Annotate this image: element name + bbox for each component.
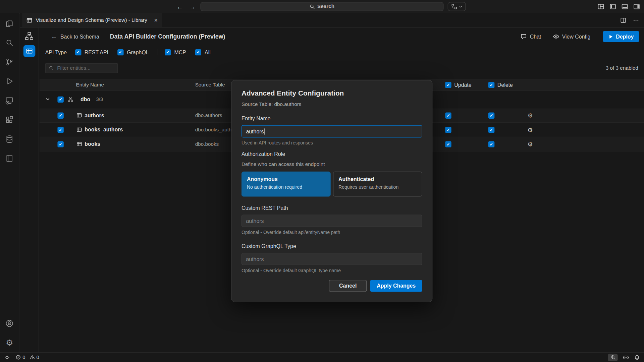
- database-icon[interactable]: [0, 129, 19, 149]
- settings-gear-icon[interactable]: ⚙: [0, 333, 19, 352]
- col-source-table: Source Table: [195, 82, 225, 87]
- notebook-icon[interactable]: [0, 148, 19, 168]
- extensions-icon[interactable]: [0, 110, 19, 129]
- col-entity-name: Entity Name: [76, 82, 104, 87]
- problems-indicator[interactable]: 0 0: [16, 354, 39, 360]
- editor-tab-bar: Visualize and Design Schema (Preview) - …: [20, 13, 644, 27]
- update-checkbox[interactable]: [445, 141, 451, 147]
- back-arrow-icon[interactable]: ←: [177, 3, 183, 10]
- explorer-icon[interactable]: [0, 13, 19, 33]
- apply-changes-button[interactable]: Apply Changes: [370, 280, 422, 292]
- rest-path-label: Custom REST Path: [241, 205, 422, 211]
- entity-filter-input[interactable]: [56, 65, 114, 71]
- back-label: Back to Schema: [60, 34, 99, 40]
- vscode-window: ← → Search: [0, 0, 644, 362]
- delete-checkbox[interactable]: [488, 127, 494, 133]
- split-editor-icon[interactable]: [620, 17, 626, 23]
- row-checkbox[interactable]: [57, 113, 63, 119]
- zoom-button[interactable]: [608, 354, 618, 361]
- schema-icon: [67, 96, 73, 102]
- customize-layout-icon[interactable]: [598, 3, 604, 10]
- option-title: Authenticated: [338, 176, 417, 182]
- delete-header-label: Delete: [497, 82, 513, 88]
- schema-hierarchy-icon[interactable]: [24, 31, 34, 41]
- authorization-options: Anonymous No authentication required Aut…: [241, 172, 422, 197]
- filter-divider: [158, 49, 158, 55]
- toggle-sidebar-left-icon[interactable]: [609, 3, 616, 10]
- close-icon[interactable]: ×: [154, 17, 158, 23]
- toggle-sidebar-right-icon[interactable]: [633, 3, 640, 10]
- api-type-filters: API Type REST API GraphQL MCP All: [40, 47, 644, 58]
- titlebar: ← → Search: [0, 0, 644, 13]
- account-icon[interactable]: [0, 314, 19, 333]
- errors-count: 0: [22, 354, 25, 360]
- filter-rest-api[interactable]: REST API: [75, 49, 108, 55]
- mcp-checkbox[interactable]: [165, 49, 171, 55]
- chevron-down-icon[interactable]: [45, 97, 50, 102]
- group-checkbox[interactable]: [57, 97, 63, 103]
- copilot-icon[interactable]: [623, 354, 629, 361]
- remote-indicator-icon[interactable]: [4, 354, 10, 360]
- row-checkbox[interactable]: [57, 141, 63, 147]
- graphql-type-input[interactable]: [241, 253, 422, 265]
- remote-explorer-icon[interactable]: [0, 91, 19, 110]
- view-config-label: View Config: [562, 34, 591, 40]
- entity-name-input[interactable]: authors: [241, 125, 422, 137]
- entity-settings-gear-icon[interactable]: ⚙: [527, 127, 533, 133]
- table-designer-icon[interactable]: [23, 45, 35, 57]
- source-table: dbo.books: [195, 141, 219, 147]
- search-icon: [49, 66, 54, 71]
- more-actions-icon[interactable]: [633, 17, 639, 23]
- chat-button[interactable]: Chat: [520, 33, 541, 40]
- source-control-icon[interactable]: [0, 52, 19, 72]
- entity-filter-box[interactable]: [45, 63, 118, 73]
- option-subtitle: Requires user authentication: [338, 185, 417, 190]
- update-checkbox[interactable]: [445, 113, 451, 119]
- filter-mcp[interactable]: MCP: [165, 49, 186, 55]
- zoom-in-icon: [610, 355, 615, 360]
- update-checkbox[interactable]: [445, 127, 451, 133]
- rest-api-checkbox[interactable]: [75, 49, 81, 55]
- delete-checkbox[interactable]: [488, 141, 494, 147]
- session-dropdown[interactable]: [448, 2, 466, 11]
- entity-settings-gear-icon[interactable]: ⚙: [527, 141, 533, 147]
- filter-graphql[interactable]: GraphQL: [117, 49, 149, 55]
- toggle-panel-icon[interactable]: [622, 3, 628, 10]
- delete-all-checkbox[interactable]: [488, 82, 494, 88]
- update-all-checkbox[interactable]: [445, 82, 451, 88]
- all-checkbox[interactable]: [195, 49, 201, 55]
- view-config-button[interactable]: View Config: [553, 33, 591, 40]
- tab-visualize-schema[interactable]: Visualize and Design Schema (Preview) - …: [22, 13, 162, 27]
- activity-bar: ⚙: [0, 13, 19, 352]
- auth-option-anonymous[interactable]: Anonymous No authentication required: [241, 172, 331, 197]
- authorization-role-description: Define who can access this endpoint: [241, 161, 422, 167]
- search-label: Search: [317, 4, 334, 9]
- search-sidebar-icon[interactable]: [0, 33, 19, 52]
- row-checkbox[interactable]: [57, 127, 63, 133]
- run-debug-icon[interactable]: [0, 71, 19, 91]
- graphql-type-label: Custom GraphQL Type: [241, 243, 422, 249]
- delete-checkbox[interactable]: [488, 113, 494, 119]
- deploy-label: Deploy: [616, 34, 634, 40]
- back-to-schema-link[interactable]: ← Back to Schema: [51, 33, 99, 40]
- graphql-checkbox[interactable]: [117, 49, 123, 55]
- rest-api-label: REST API: [85, 49, 108, 55]
- forward-arrow-icon[interactable]: →: [189, 3, 195, 10]
- warnings-icon: [30, 355, 35, 360]
- entity-settings-gear-icon[interactable]: ⚙: [527, 112, 533, 118]
- deploy-button[interactable]: Deploy: [603, 31, 639, 42]
- all-label: All: [205, 49, 211, 55]
- advanced-entity-config-dialog: Advanced Entity Configuration Source Tab…: [231, 80, 432, 302]
- group-count: 3/3: [96, 97, 103, 102]
- bell-icon[interactable]: [634, 354, 640, 360]
- auth-option-authenticated[interactable]: Authenticated Requires user authenticati…: [333, 172, 422, 197]
- play-icon: [608, 34, 613, 39]
- cancel-button[interactable]: Cancel: [329, 280, 367, 292]
- flow-icon: [451, 4, 457, 9]
- filter-all[interactable]: All: [195, 49, 211, 55]
- dialog-source-table: Source Table: dbo.authors: [241, 101, 422, 107]
- command-center-search[interactable]: Search: [201, 2, 444, 11]
- enabled-summary: 3 of 3 enabled: [606, 65, 644, 71]
- dialog-title: Advanced Entity Configuration: [241, 89, 422, 98]
- rest-path-input[interactable]: [241, 215, 422, 227]
